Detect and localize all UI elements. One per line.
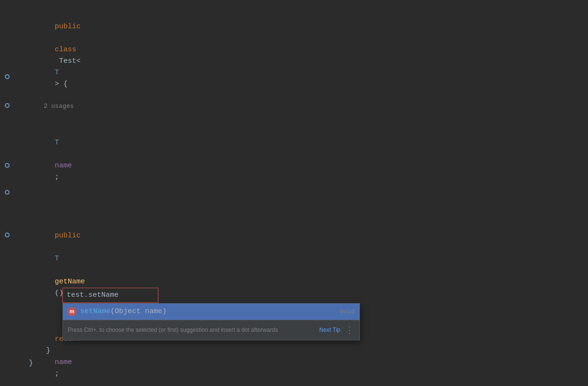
gutter-decorators [5,0,12,386]
autocomplete-params: (Object name) [110,306,167,317]
code-line-20: } [29,358,50,370]
gutter-circle-2 [5,103,10,108]
code-line-19: } [29,345,50,358]
tooltip-hint-text: Press Ctrl+. to choose the selected (or … [68,326,317,335]
method-icon: m [68,307,76,316]
completion-area: test.setName m setName (Object name) voi… [62,288,360,340]
autocomplete-return-type: void [340,307,355,317]
autocomplete-dropdown: m setName (Object name) void Press Ctrl+… [62,303,360,340]
autocomplete-method-name: setName [80,306,110,317]
gutter-circle-5 [5,233,10,237]
next-tip-link[interactable]: Next Tip [319,326,340,335]
input-line[interactable]: test.setName [62,288,158,303]
more-options-button[interactable]: ⋮ [345,323,355,337]
usage-hint-1: 2 usages [29,102,74,112]
autocomplete-item-1[interactable]: m setName (Object name) void [63,304,360,320]
code-line-3: T name ; [29,114,588,195]
gutter-circle-4 [5,190,10,195]
code-line-1: public class Test< T > { [29,10,588,102]
empty-line-1 [29,195,588,207]
input-text: test.setName [67,291,119,299]
gutter-circle-1 [5,74,10,79]
gutter-circle-3 [5,163,10,168]
code-line-2-usages: 2 usages [29,102,588,114]
closing-braces: } } [29,345,50,370]
code-editor: public class Test< T > { 2 usages T name… [0,0,588,386]
tooltip-bar: Press Ctrl+. to choose the selected (or … [63,320,360,340]
